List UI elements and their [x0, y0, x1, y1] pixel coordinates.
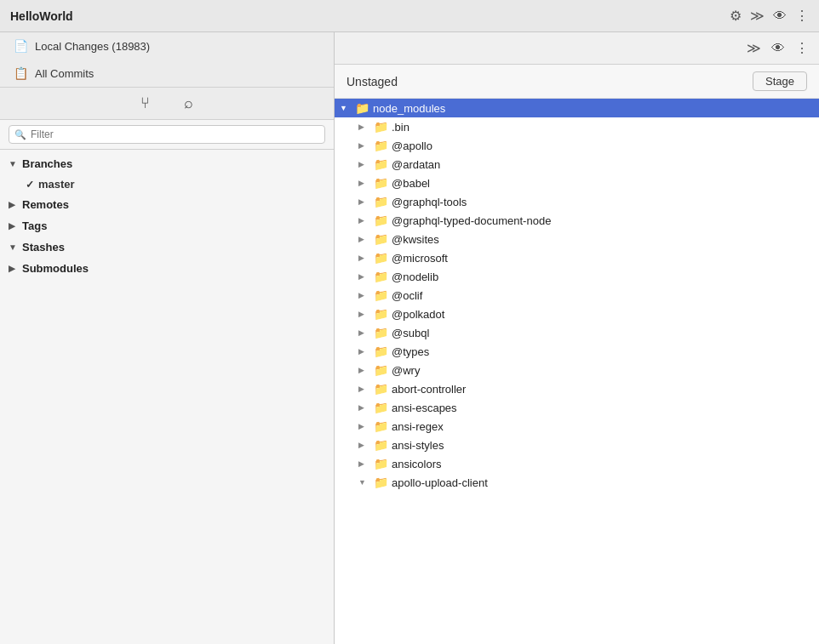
ansi-escapes-arrow: ▶	[358, 403, 370, 412]
main-layout: 📄 Local Changes (18983) 📋 All Commits ⑂ …	[0, 32, 819, 644]
ansicolors-arrow: ▶	[358, 459, 370, 468]
wry-folder-icon: 📁	[374, 363, 388, 377]
subql-arrow: ▶	[358, 328, 370, 337]
ardatan-arrow: ▶	[358, 160, 370, 168]
file-row-babel[interactable]: ▶ 📁 @babel	[335, 174, 819, 192]
graphql-tools-arrow: ▶	[358, 197, 370, 206]
file-row-bin[interactable]: ▶ 📁 .bin	[335, 117, 819, 136]
settings-icon[interactable]: ⚙	[730, 8, 742, 24]
section-submodules[interactable]: Submodules	[0, 258, 334, 279]
types-folder-icon: 📁	[374, 345, 388, 358]
all-commits-label: All Commits	[35, 67, 94, 80]
eye-icon[interactable]: 👁	[773, 9, 787, 24]
file-row-graphql-typed[interactable]: ▶ 📁 @graphql-typed-document-node	[335, 211, 819, 230]
master-checkmark: ✓	[26, 179, 34, 191]
kwsites-name: @kwsites	[392, 233, 439, 246]
top-bar: HelloWorld ⚙ ≫ 👁 ⋮	[0, 0, 819, 32]
sidebar-nav: 📄 Local Changes (18983) 📋 All Commits	[0, 32, 334, 88]
babel-folder-icon: 📁	[374, 176, 388, 190]
submodules-label: Submodules	[22, 262, 89, 275]
nodelib-arrow: ▶	[358, 272, 370, 281]
microsoft-arrow: ▶	[358, 254, 370, 262]
right-eye-icon[interactable]: 👁	[771, 41, 785, 56]
all-commits-icon: 📋	[14, 66, 28, 80]
abort-controller-arrow: ▶	[358, 385, 370, 393]
collapse-icon[interactable]: ≫	[750, 8, 765, 24]
stashes-label: Stashes	[22, 241, 65, 254]
wry-arrow: ▶	[358, 366, 370, 374]
ansi-regex-folder-icon: 📁	[374, 419, 388, 433]
local-changes-icon: 📄	[14, 39, 28, 53]
right-more-icon[interactable]: ⋮	[795, 40, 809, 56]
apollo-upload-arrow: ▼	[358, 478, 370, 487]
submodules-arrow	[9, 264, 19, 273]
file-row-ansi-escapes[interactable]: ▶ 📁 ansi-escapes	[335, 398, 819, 417]
sidebar: 📄 Local Changes (18983) 📋 All Commits ⑂ …	[0, 32, 335, 644]
branch-master[interactable]: ✓ master	[0, 174, 334, 194]
section-stashes[interactable]: Stashes	[0, 237, 334, 258]
graphql-typed-name: @graphql-typed-document-node	[392, 214, 551, 227]
file-row-microsoft[interactable]: ▶ 📁 @microsoft	[335, 248, 819, 267]
file-row-node-modules[interactable]: ▼ 📁 node_modules	[335, 99, 819, 117]
file-row-ansicolors[interactable]: ▶ 📁 ansicolors	[335, 454, 819, 473]
section-tags[interactable]: Tags	[0, 215, 334, 237]
file-row-kwsites[interactable]: ▶ 📁 @kwsites	[335, 230, 819, 248]
babel-name: @babel	[392, 177, 430, 190]
right-collapse-icon[interactable]: ≫	[747, 40, 761, 56]
search-icon[interactable]: ⌕	[184, 94, 193, 112]
types-name: @types	[392, 345, 429, 358]
filter-input[interactable]	[31, 128, 319, 140]
ardatan-folder-icon: 📁	[374, 157, 388, 171]
sidebar-tree: Branches ✓ master Remotes Tags Stashes	[0, 150, 334, 644]
local-changes-label: Local Changes (18983)	[35, 40, 150, 53]
node-modules-arrow: ▼	[340, 104, 352, 112]
file-row-subql[interactable]: ▶ 📁 @subql	[335, 323, 819, 342]
file-row-graphql-tools[interactable]: ▶ 📁 @graphql-tools	[335, 192, 819, 211]
kwsites-arrow: ▶	[358, 235, 370, 243]
section-branches[interactable]: Branches	[0, 153, 334, 174]
polkadot-arrow: ▶	[358, 310, 370, 318]
sidebar-item-all-commits[interactable]: 📋 All Commits	[0, 60, 334, 87]
top-bar-actions: ⚙ ≫ 👁 ⋮	[730, 8, 809, 24]
ansi-styles-name: ansi-styles	[392, 439, 444, 452]
branch-icon[interactable]: ⑂	[140, 94, 150, 112]
file-row-types[interactable]: ▶ 📁 @types	[335, 342, 819, 361]
file-row-ardatan[interactable]: ▶ 📁 @ardatan	[335, 155, 819, 174]
app-title: HelloWorld	[10, 9, 73, 23]
file-row-nodelib[interactable]: ▶ 📁 @nodelib	[335, 267, 819, 286]
node-modules-folder-icon: 📁	[355, 101, 369, 115]
remotes-label: Remotes	[22, 198, 69, 211]
nodelib-folder-icon: 📁	[374, 270, 388, 283]
microsoft-folder-icon: 📁	[374, 251, 388, 265]
file-row-abort-controller[interactable]: ▶ 📁 abort-controller	[335, 379, 819, 398]
filter-icon: 🔍	[14, 129, 26, 140]
nodelib-name: @nodelib	[392, 271, 438, 283]
oclif-arrow: ▶	[358, 291, 370, 299]
sidebar-toolbar: ⑂ ⌕	[0, 88, 334, 120]
sidebar-item-local-changes[interactable]: 📄 Local Changes (18983)	[0, 32, 334, 60]
master-label: master	[38, 178, 75, 191]
file-row-ansi-regex[interactable]: ▶ 📁 ansi-regex	[335, 417, 819, 436]
node-modules-name: node_modules	[373, 102, 445, 115]
file-row-ansi-styles[interactable]: ▶ 📁 ansi-styles	[335, 436, 819, 454]
right-toolbar: ≫ 👁 ⋮	[335, 32, 819, 65]
file-row-polkadot[interactable]: ▶ 📁 @polkadot	[335, 305, 819, 323]
types-arrow: ▶	[358, 347, 370, 356]
tags-arrow	[9, 221, 19, 231]
file-row-oclif[interactable]: ▶ 📁 @oclif	[335, 286, 819, 305]
stage-button[interactable]: Stage	[753, 71, 807, 91]
file-row-apollo-upload[interactable]: ▼ 📁 apollo-upload-client	[335, 473, 819, 492]
ansi-styles-folder-icon: 📁	[374, 438, 388, 452]
oclif-name: @oclif	[392, 289, 422, 302]
apollo-folder-icon: 📁	[374, 139, 388, 152]
filter-input-wrap: 🔍	[9, 125, 325, 144]
ansi-styles-arrow: ▶	[358, 441, 370, 449]
unstaged-header: Unstaged Stage	[335, 65, 819, 99]
section-remotes[interactable]: Remotes	[0, 194, 334, 215]
more-icon[interactable]: ⋮	[795, 8, 809, 24]
apollo-name: @apollo	[392, 140, 432, 152]
oclif-folder-icon: 📁	[374, 288, 388, 302]
file-row-wry[interactable]: ▶ 📁 @wry	[335, 361, 819, 379]
polkadot-name: @polkadot	[392, 308, 444, 321]
file-row-apollo[interactable]: ▶ 📁 @apollo	[335, 136, 819, 155]
